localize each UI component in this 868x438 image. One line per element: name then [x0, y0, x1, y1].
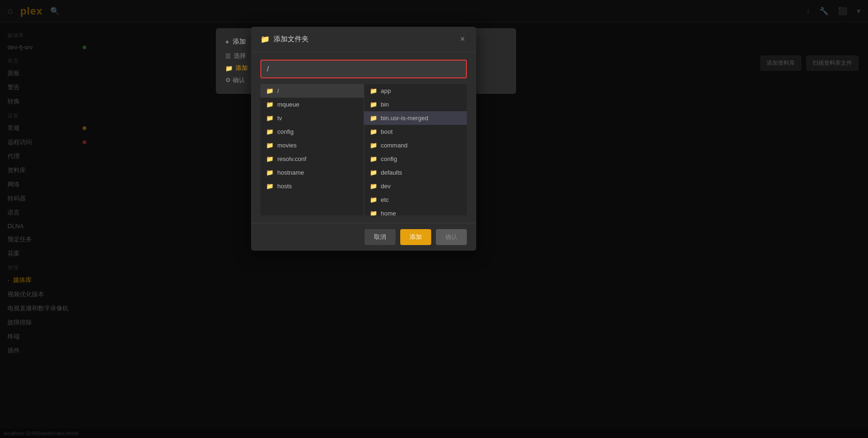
folder-icon-bin-usr: 📁: [370, 115, 377, 122]
file-item-etc[interactable]: 📁 etc: [364, 193, 467, 207]
folder-icon-command: 📁: [370, 142, 377, 149]
folder-icon-app: 📁: [370, 87, 377, 94]
folder-icon-tv: 📁: [266, 115, 274, 122]
path-input[interactable]: [261, 61, 466, 77]
file-item-bin-usr[interactable]: 📁 bin.usr-is-merged: [364, 111, 467, 125]
folder-icon-bg: 📁: [225, 65, 233, 72]
file-item-hostname[interactable]: 📁 hostname: [260, 166, 364, 179]
dialog-close-button[interactable]: ×: [458, 34, 467, 44]
cancel-button[interactable]: 取消: [365, 229, 396, 245]
dialog-folder-icon: 📁: [260, 35, 270, 44]
file-item-movies[interactable]: 📁 movies: [260, 138, 364, 152]
confirm-button: 确认: [436, 229, 467, 245]
dialog-header: 📁 添加文件夹 ×: [251, 27, 476, 52]
file-item-app[interactable]: 📁 app: [364, 84, 467, 98]
folder-icon-hosts: 📁: [266, 183, 274, 190]
add-button[interactable]: 添加: [400, 229, 431, 245]
file-browser-right-col: 📁 app 📁 bin 📁 bin.usr-is-merged 📁 boot 📁: [364, 84, 467, 215]
file-item-tv[interactable]: 📁 tv: [260, 111, 364, 125]
add-folder-dialog: 📁 添加文件夹 × 📁 / 📁 mqueue 📁 tv: [251, 27, 476, 251]
folder-icon-resolv: 📁: [266, 155, 274, 162]
dialog-footer: 取消 添加 确认: [251, 223, 476, 251]
folder-icon-dev: 📁: [370, 183, 377, 190]
file-browser-left-col: 📁 / 📁 mqueue 📁 tv 📁 config 📁 movi: [260, 84, 364, 215]
settings-icon: ⚙: [225, 77, 231, 84]
file-item-resolv[interactable]: 📁 resolv.conf: [260, 152, 364, 166]
file-item-bin[interactable]: 📁 bin: [364, 98, 467, 111]
folder-icon-home: 📁: [370, 210, 377, 215]
file-browser: 📁 / 📁 mqueue 📁 tv 📁 config 📁 movi: [260, 84, 467, 215]
folder-icon-config-r: 📁: [370, 155, 377, 162]
folder-icon-defaults: 📁: [370, 169, 377, 176]
file-item-config-r[interactable]: 📁 config: [364, 152, 467, 166]
folder-icon-hostname: 📁: [266, 169, 274, 176]
dialog-title: 添加文件夹: [274, 35, 454, 44]
folder-icon-boot: 📁: [370, 128, 377, 135]
file-item-mqueue[interactable]: 📁 mqueue: [260, 98, 364, 111]
path-input-wrapper: [260, 60, 467, 78]
folder-icon-mqueue: 📁: [266, 101, 274, 108]
dialog-body: 📁 / 📁 mqueue 📁 tv 📁 config 📁 movi: [251, 52, 476, 223]
file-item-dev[interactable]: 📁 dev: [364, 179, 467, 193]
file-item-config[interactable]: 📁 config: [260, 125, 364, 138]
file-item-defaults[interactable]: 📁 defaults: [364, 166, 467, 179]
folder-icon-etc: 📁: [370, 196, 377, 203]
file-item-root[interactable]: 📁 /: [260, 84, 364, 98]
folder-icon-bin: 📁: [370, 101, 377, 108]
bg-add-icon: +: [225, 38, 229, 46]
file-item-hosts[interactable]: 📁 hosts: [260, 179, 364, 193]
folder-icon-root: 📁: [266, 87, 274, 94]
folder-icon-config: 📁: [266, 128, 274, 135]
menu-icon: ☰: [225, 53, 231, 60]
file-item-boot[interactable]: 📁 boot: [364, 125, 467, 138]
file-item-command[interactable]: 📁 command: [364, 138, 467, 152]
file-item-home[interactable]: 📁 home: [364, 207, 467, 215]
folder-icon-movies: 📁: [266, 142, 274, 149]
